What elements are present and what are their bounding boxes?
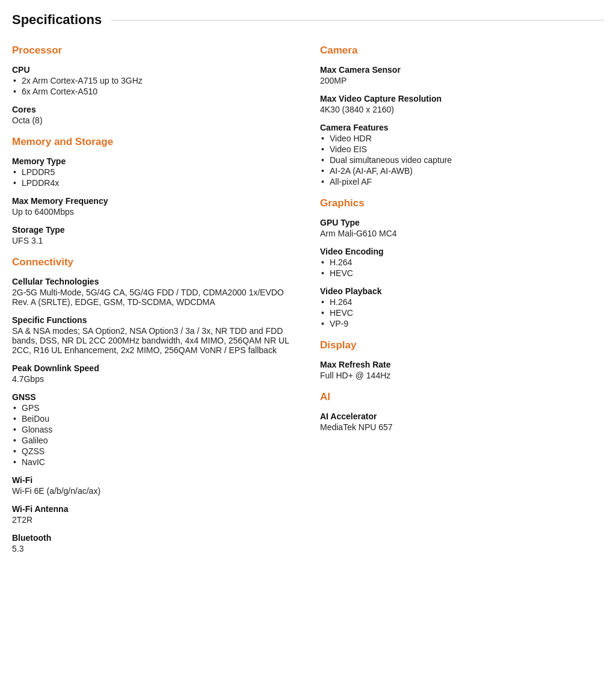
video-playback-list: H.264 HEVC VP-9	[320, 297, 604, 328]
connectivity-heading: Connectivity	[12, 256, 296, 268]
max-video-value: 4K30 (3840 x 2160)	[320, 105, 604, 114]
wifi-label: Wi-Fi	[12, 475, 296, 485]
specific-functions-label: Specific Functions	[12, 315, 296, 325]
display-heading: Display	[320, 339, 604, 351]
video-encoding-label: Video Encoding	[320, 247, 604, 256]
wifi-antenna-value: 2T2R	[12, 515, 296, 525]
page-header: Specifications	[12, 12, 604, 28]
ai-accelerator-label: AI Accelerator	[320, 411, 604, 421]
max-refresh-label: Max Refresh Rate	[320, 360, 604, 369]
max-sensor-value: 200MP	[320, 76, 604, 85]
list-item: NavIC	[12, 457, 296, 467]
list-item: HEVC	[320, 308, 604, 318]
memory-type-label: Memory Type	[12, 156, 296, 166]
max-sensor-label: Max Camera Sensor	[320, 65, 604, 75]
main-content: Processor CPU 2x Arm Cortex-A715 up to 3…	[12, 42, 604, 564]
list-item: BeiDou	[12, 414, 296, 424]
ai-heading: AI	[320, 391, 604, 403]
page-title: Specifications	[12, 12, 102, 28]
camera-heading: Camera	[320, 45, 604, 57]
specific-functions-value: SA & NSA modes; SA Option2, NSA Option3 …	[12, 326, 296, 355]
display-section: Display Max Refresh Rate Full HD+ @ 144H…	[320, 339, 604, 380]
wifi-antenna-label: Wi-Fi Antenna	[12, 504, 296, 514]
gnss-label: GNSS	[12, 392, 296, 402]
list-item: H.264	[320, 297, 604, 307]
cellular-value: 2G-5G Multi-Mode, 5G/4G CA, 5G/4G FDD / …	[12, 288, 296, 307]
max-refresh-value: Full HD+ @ 144Hz	[320, 371, 604, 380]
list-item: LPDDR4x	[12, 178, 296, 188]
max-memory-freq-value: Up to 6400Mbps	[12, 207, 296, 217]
list-item: HEVC	[320, 268, 604, 278]
max-memory-freq-label: Max Memory Frequency	[12, 196, 296, 206]
left-column: Processor CPU 2x Arm Cortex-A715 up to 3…	[12, 42, 296, 564]
camera-features-label: Camera Features	[320, 123, 604, 132]
wifi-value: Wi-Fi 6E (a/b/g/n/ac/ax)	[12, 486, 296, 496]
bluetooth-label: Bluetooth	[12, 533, 296, 543]
list-item: All-pixel AF	[320, 177, 604, 186]
list-item: 2x Arm Cortex-A715 up to 3GHz	[12, 76, 296, 85]
gnss-list: GPS BeiDou Glonass Galileo QZSS NavIC	[12, 403, 296, 467]
video-encoding-list: H.264 HEVC	[320, 257, 604, 278]
cellular-label: Cellular Technologies	[12, 277, 296, 286]
video-playback-label: Video Playback	[320, 286, 604, 296]
bluetooth-value: 5.3	[12, 544, 296, 553]
list-item: 6x Arm Cortex-A510	[12, 87, 296, 96]
ai-accelerator-value: MediaTek NPU 657	[320, 422, 604, 432]
camera-section: Camera Max Camera Sensor 200MP Max Video…	[320, 45, 604, 186]
title-divider	[111, 20, 604, 20]
graphics-section: Graphics GPU Type Arm Mali-G610 MC4 Vide…	[320, 197, 604, 328]
storage-type-label: Storage Type	[12, 225, 296, 235]
list-item: Glonass	[12, 425, 296, 434]
gpu-type-label: GPU Type	[320, 218, 604, 227]
list-item: QZSS	[12, 446, 296, 456]
connectivity-section: Connectivity Cellular Technologies 2G-5G…	[12, 256, 296, 553]
peak-downlink-label: Peak Downlink Speed	[12, 363, 296, 373]
ai-section: AI AI Accelerator MediaTek NPU 657	[320, 391, 604, 432]
list-item: Dual simultaneous video capture	[320, 155, 604, 165]
camera-features-list: Video HDR Video EIS Dual simultaneous vi…	[320, 134, 604, 186]
list-item: Video HDR	[320, 134, 604, 143]
memory-storage-heading: Memory and Storage	[12, 136, 296, 148]
memory-storage-section: Memory and Storage Memory Type LPDDR5 LP…	[12, 136, 296, 245]
list-item: Video EIS	[320, 144, 604, 154]
list-item: Galileo	[12, 436, 296, 445]
storage-type-value: UFS 3.1	[12, 236, 296, 245]
peak-downlink-value: 4.7Gbps	[12, 374, 296, 384]
cpu-list: 2x Arm Cortex-A715 up to 3GHz 6x Arm Cor…	[12, 76, 296, 96]
graphics-heading: Graphics	[320, 197, 604, 209]
processor-heading: Processor	[12, 45, 296, 57]
cores-label: Cores	[12, 105, 296, 114]
cores-value: Octa (8)	[12, 116, 296, 125]
list-item: AI-2A (AI-AF, AI-AWB)	[320, 166, 604, 176]
right-column: Camera Max Camera Sensor 200MP Max Video…	[320, 42, 604, 564]
cpu-label: CPU	[12, 65, 296, 75]
list-item: GPS	[12, 403, 296, 413]
list-item: VP-9	[320, 319, 604, 328]
memory-type-list: LPDDR5 LPDDR4x	[12, 167, 296, 188]
max-video-label: Max Video Capture Resolution	[320, 94, 604, 103]
list-item: H.264	[320, 257, 604, 267]
list-item: LPDDR5	[12, 167, 296, 177]
processor-section: Processor CPU 2x Arm Cortex-A715 up to 3…	[12, 45, 296, 125]
gpu-type-value: Arm Mali-G610 MC4	[320, 229, 604, 238]
